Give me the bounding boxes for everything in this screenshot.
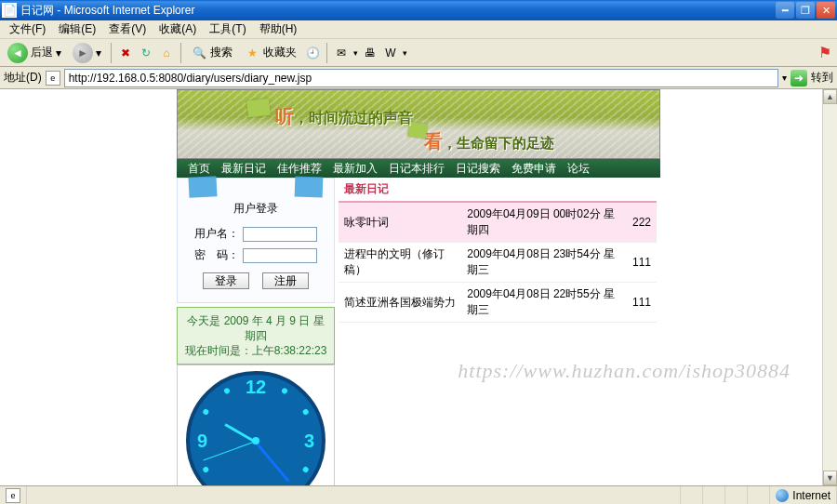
login-button[interactable]: 登录	[203, 272, 249, 289]
clock-9: 9	[197, 431, 207, 452]
tape-decoration	[188, 176, 217, 198]
clock-6: 6	[250, 482, 260, 485]
nav-latest[interactable]: 最新日记	[216, 161, 272, 177]
section-title: 最新日记	[339, 178, 657, 203]
diary-author[interactable]: 111	[627, 243, 657, 283]
status-zone: Internet	[770, 486, 837, 504]
status-cell	[725, 486, 748, 504]
refresh-icon[interactable]: ↻	[138, 45, 154, 61]
favorites-label: 收藏夹	[263, 45, 297, 60]
chevron-down-icon[interactable]: ▾	[782, 73, 787, 83]
nav-home[interactable]: 首页	[182, 161, 216, 177]
login-title: 用户登录	[185, 201, 326, 217]
chevron-down-icon: ▾	[56, 46, 61, 60]
toolbar: ◄ 后退 ▾ ► ▾ ✖ ↻ ⌂ 🔍 搜索 ★ 收藏夹 🕘 ✉ ▾ 🖶 W ▾ …	[0, 39, 837, 67]
separator	[180, 43, 181, 63]
password-input[interactable]	[243, 248, 317, 263]
search-label: 搜索	[210, 45, 232, 60]
address-input[interactable]	[64, 69, 778, 87]
diary-title[interactable]: 简述亚洲各国极端势力	[339, 283, 461, 323]
close-button[interactable]: ✕	[817, 2, 835, 19]
status-page-icon: e	[0, 486, 27, 504]
menu-edit[interactable]: 编辑(E)	[53, 20, 101, 39]
chevron-down-icon: ▾	[403, 48, 407, 58]
minute-hand	[255, 442, 290, 483]
username-input[interactable]	[243, 227, 317, 242]
nav-newjoin[interactable]: 最新加入	[327, 161, 383, 177]
username-label: 用户名：	[194, 226, 239, 242]
ie-logo-icon: ⚑	[817, 45, 833, 61]
diary-title[interactable]: 咏零叶词	[339, 203, 461, 243]
scroll-down-button[interactable]: ▼	[823, 471, 837, 485]
menu-file[interactable]: 文件(F)	[4, 20, 51, 39]
diary-time: 2009年04月09日 00时02分 星期四	[461, 203, 627, 243]
back-icon: ◄	[7, 43, 28, 63]
star-icon: ★	[244, 45, 260, 61]
nav-featured[interactable]: 佳作推荐	[272, 161, 327, 177]
app-icon: 📄	[2, 3, 17, 18]
diary-author[interactable]: 222	[627, 203, 657, 243]
clock-3: 3	[304, 431, 314, 452]
zone-label: Internet	[792, 489, 830, 502]
separator	[111, 43, 112, 63]
date-panel: 今天是 2009 年 4 月 9 日 星期四 现在时间是：上午8:38:22:2…	[177, 307, 335, 365]
back-label: 后退	[31, 45, 53, 60]
vertical-scrollbar[interactable]: ▲ ▼	[822, 89, 837, 485]
banner-slogan-2: 看，生命留下的足迹	[424, 129, 554, 154]
maximize-button[interactable]: ❐	[796, 2, 815, 19]
status-cell	[703, 486, 725, 504]
statusbar: e Internet	[0, 485, 837, 504]
menu-help[interactable]: 帮助(H)	[254, 20, 303, 39]
current-time: 现在时间是：上午8:38:22:23	[183, 343, 328, 358]
table-row[interactable]: 简述亚洲各国极端势力 2009年04月08日 22时55分 星期三 111	[339, 283, 657, 323]
table-row[interactable]: 咏零叶词 2009年04月09日 00时02分 星期四 222	[339, 203, 657, 243]
status-cell	[748, 486, 770, 504]
tape-decoration	[295, 176, 324, 197]
address-bar: 地址(D) e ▾ ➜ 转到	[0, 67, 837, 89]
go-label: 转到	[811, 70, 833, 86]
window-titlebar: 📄 日记网 - Microsoft Internet Explorer ━ ❐ …	[0, 0, 837, 20]
diary-time: 2009年04月08日 22时55分 星期三	[461, 283, 627, 323]
print-icon[interactable]: 🖶	[362, 45, 379, 61]
chevron-down-icon: ▾	[353, 48, 358, 58]
main-nav: 首页 最新日记 佳作推荐 最新加入 日记本排行 日记搜索 免费申请 论坛	[177, 159, 660, 178]
forward-icon: ►	[73, 43, 93, 63]
mail-icon[interactable]: ✉	[333, 45, 350, 61]
diary-table: 咏零叶词 2009年04月09日 00时02分 星期四 222 进程中的文明（修…	[339, 203, 657, 323]
forward-button[interactable]: ► ▾	[69, 42, 105, 64]
menu-favorites[interactable]: 收藏(A)	[153, 20, 202, 39]
status-cell	[681, 486, 703, 504]
scroll-track[interactable]	[823, 104, 837, 471]
search-icon: 🔍	[191, 45, 207, 61]
banner: 听，时间流过的声音 看，生命留下的足迹	[177, 89, 660, 159]
menu-tools[interactable]: 工具(T)	[204, 20, 251, 39]
history-icon[interactable]: 🕘	[304, 45, 321, 61]
nav-apply[interactable]: 免费申请	[506, 161, 562, 177]
main-content: 最新日记 咏零叶词 2009年04月09日 00时02分 星期四 222 进程中…	[335, 178, 660, 485]
table-row[interactable]: 进程中的文明（修订稿） 2009年04月08日 23时54分 星期三 111	[339, 243, 657, 283]
banner-slogan-1: 听，时间流过的声音	[275, 104, 413, 129]
nav-search[interactable]: 日记搜索	[450, 161, 506, 177]
diary-title[interactable]: 进程中的文明（修订稿）	[339, 243, 461, 283]
status-message	[27, 486, 681, 504]
nav-forum[interactable]: 论坛	[562, 161, 595, 177]
favorites-button[interactable]: ★ 收藏夹	[240, 42, 300, 64]
register-button[interactable]: 注册	[262, 272, 309, 289]
scroll-up-button[interactable]: ▲	[823, 89, 837, 104]
diary-author[interactable]: 111	[627, 283, 657, 323]
nav-ranking[interactable]: 日记本排行	[383, 161, 450, 177]
diary-time: 2009年04月08日 23时54分 星期三	[461, 243, 627, 283]
edit-icon[interactable]: W	[382, 45, 399, 61]
sidebar: 用户登录 用户名： 密 码： 登录 注册 今天是 2009 年	[177, 178, 335, 485]
stop-icon[interactable]: ✖	[117, 45, 134, 61]
separator	[326, 43, 327, 63]
minimize-button[interactable]: ━	[776, 2, 794, 19]
home-icon[interactable]: ⌂	[158, 45, 175, 61]
page-icon: e	[46, 71, 60, 86]
search-button[interactable]: 🔍 搜索	[187, 42, 236, 64]
go-button[interactable]: ➜	[790, 70, 807, 86]
analog-clock: 12 3 6 9	[186, 371, 326, 485]
back-button[interactable]: ◄ 后退 ▾	[4, 42, 65, 64]
second-hand	[203, 441, 256, 460]
menu-view[interactable]: 查看(V)	[103, 20, 152, 39]
